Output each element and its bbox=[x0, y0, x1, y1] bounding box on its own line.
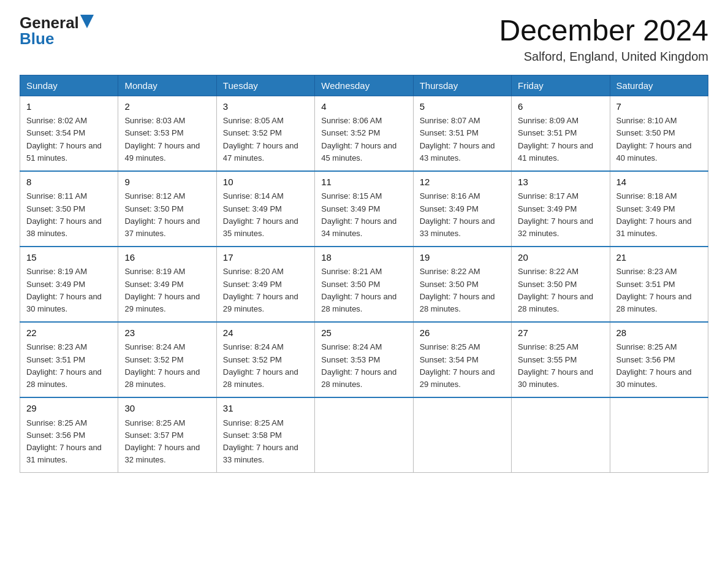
calendar-cell bbox=[413, 397, 511, 473]
day-number: 2 bbox=[124, 100, 210, 114]
calendar-cell: 28Sunrise: 8:25 AMSunset: 3:56 PMDayligh… bbox=[610, 322, 708, 397]
calendar-cell: 19Sunrise: 8:22 AMSunset: 3:50 PMDayligh… bbox=[413, 247, 511, 322]
logo: General Blue bbox=[20, 15, 94, 47]
day-number: 30 bbox=[124, 402, 210, 416]
day-info: Sunrise: 8:02 AMSunset: 3:54 PMDaylight:… bbox=[26, 115, 112, 164]
logo-arrow-icon bbox=[80, 15, 94, 28]
calendar-cell bbox=[315, 397, 413, 473]
day-number: 16 bbox=[124, 251, 210, 265]
day-number: 17 bbox=[223, 251, 308, 265]
day-info: Sunrise: 8:22 AMSunset: 3:50 PMDaylight:… bbox=[518, 266, 603, 315]
calendar-cell: 22Sunrise: 8:23 AMSunset: 3:51 PMDayligh… bbox=[20, 322, 118, 397]
calendar-cell: 3Sunrise: 8:05 AMSunset: 3:52 PMDaylight… bbox=[216, 96, 314, 171]
day-info: Sunrise: 8:11 AMSunset: 3:50 PMDaylight:… bbox=[26, 190, 112, 240]
calendar-header-tuesday: Tuesday bbox=[216, 75, 314, 96]
day-info: Sunrise: 8:19 AMSunset: 3:49 PMDaylight:… bbox=[26, 266, 112, 315]
day-number: 15 bbox=[26, 251, 112, 265]
calendar-cell: 24Sunrise: 8:24 AMSunset: 3:52 PMDayligh… bbox=[216, 322, 314, 397]
day-info: Sunrise: 8:15 AMSunset: 3:49 PMDaylight:… bbox=[321, 190, 406, 240]
day-number: 8 bbox=[26, 175, 112, 190]
calendar-cell: 25Sunrise: 8:24 AMSunset: 3:53 PMDayligh… bbox=[315, 322, 413, 397]
day-info: Sunrise: 8:25 AMSunset: 3:57 PMDaylight:… bbox=[124, 417, 210, 467]
calendar-week-row: 8Sunrise: 8:11 AMSunset: 3:50 PMDaylight… bbox=[20, 171, 708, 247]
day-number: 29 bbox=[26, 402, 112, 416]
day-number: 27 bbox=[518, 326, 603, 340]
day-info: Sunrise: 8:17 AMSunset: 3:49 PMDaylight:… bbox=[518, 190, 603, 240]
day-info: Sunrise: 8:25 AMSunset: 3:56 PMDaylight:… bbox=[616, 341, 702, 391]
logo-blue-text: Blue bbox=[20, 31, 54, 47]
calendar-cell: 26Sunrise: 8:25 AMSunset: 3:54 PMDayligh… bbox=[413, 322, 511, 397]
page-header: General Blue December 2024 Salford, Engl… bbox=[20, 15, 708, 64]
calendar-header-monday: Monday bbox=[118, 75, 216, 96]
calendar-cell: 6Sunrise: 8:09 AMSunset: 3:51 PMDaylight… bbox=[512, 96, 610, 171]
svg-marker-0 bbox=[80, 15, 94, 28]
day-info: Sunrise: 8:24 AMSunset: 3:53 PMDaylight:… bbox=[321, 341, 406, 391]
day-info: Sunrise: 8:18 AMSunset: 3:49 PMDaylight:… bbox=[616, 190, 702, 240]
calendar-cell: 10Sunrise: 8:14 AMSunset: 3:49 PMDayligh… bbox=[216, 171, 314, 247]
day-info: Sunrise: 8:22 AMSunset: 3:50 PMDaylight:… bbox=[420, 266, 505, 315]
day-info: Sunrise: 8:14 AMSunset: 3:49 PMDaylight:… bbox=[223, 190, 308, 240]
calendar-cell: 2Sunrise: 8:03 AMSunset: 3:53 PMDaylight… bbox=[118, 96, 216, 171]
calendar-cell: 9Sunrise: 8:12 AMSunset: 3:50 PMDaylight… bbox=[118, 171, 216, 247]
day-info: Sunrise: 8:09 AMSunset: 3:51 PMDaylight:… bbox=[518, 115, 603, 164]
day-info: Sunrise: 8:25 AMSunset: 3:54 PMDaylight:… bbox=[420, 341, 505, 391]
calendar-cell: 20Sunrise: 8:22 AMSunset: 3:50 PMDayligh… bbox=[512, 247, 610, 322]
day-info: Sunrise: 8:03 AMSunset: 3:53 PMDaylight:… bbox=[124, 115, 210, 164]
day-number: 24 bbox=[223, 326, 308, 340]
calendar-cell: 27Sunrise: 8:25 AMSunset: 3:55 PMDayligh… bbox=[512, 322, 610, 397]
calendar-cell: 1Sunrise: 8:02 AMSunset: 3:54 PMDaylight… bbox=[20, 96, 118, 171]
day-info: Sunrise: 8:23 AMSunset: 3:51 PMDaylight:… bbox=[26, 341, 112, 391]
calendar-cell bbox=[610, 397, 708, 473]
day-info: Sunrise: 8:12 AMSunset: 3:50 PMDaylight:… bbox=[124, 190, 210, 240]
day-info: Sunrise: 8:24 AMSunset: 3:52 PMDaylight:… bbox=[124, 341, 210, 391]
day-number: 6 bbox=[518, 100, 603, 114]
day-number: 18 bbox=[321, 251, 406, 265]
calendar-cell: 16Sunrise: 8:19 AMSunset: 3:49 PMDayligh… bbox=[118, 247, 216, 322]
day-number: 19 bbox=[420, 251, 505, 265]
day-info: Sunrise: 8:25 AMSunset: 3:55 PMDaylight:… bbox=[518, 341, 603, 391]
location-text: Salford, England, United Kingdom bbox=[499, 50, 708, 64]
calendar-header-row: SundayMondayTuesdayWednesdayThursdayFrid… bbox=[20, 75, 708, 96]
calendar-cell: 30Sunrise: 8:25 AMSunset: 3:57 PMDayligh… bbox=[118, 397, 216, 473]
calendar-cell: 29Sunrise: 8:25 AMSunset: 3:56 PMDayligh… bbox=[20, 397, 118, 473]
calendar-table: SundayMondayTuesdayWednesdayThursdayFrid… bbox=[20, 75, 708, 473]
calendar-cell: 15Sunrise: 8:19 AMSunset: 3:49 PMDayligh… bbox=[20, 247, 118, 322]
day-number: 13 bbox=[518, 175, 603, 190]
day-info: Sunrise: 8:23 AMSunset: 3:51 PMDaylight:… bbox=[616, 266, 702, 315]
calendar-cell: 8Sunrise: 8:11 AMSunset: 3:50 PMDaylight… bbox=[20, 171, 118, 247]
calendar-cell: 17Sunrise: 8:20 AMSunset: 3:49 PMDayligh… bbox=[216, 247, 314, 322]
day-number: 26 bbox=[420, 326, 505, 340]
calendar-cell: 31Sunrise: 8:25 AMSunset: 3:58 PMDayligh… bbox=[216, 397, 314, 473]
day-info: Sunrise: 8:10 AMSunset: 3:50 PMDaylight:… bbox=[616, 115, 702, 164]
calendar-cell bbox=[512, 397, 610, 473]
calendar-header-saturday: Saturday bbox=[610, 75, 708, 96]
day-number: 5 bbox=[420, 100, 505, 114]
day-number: 9 bbox=[124, 175, 210, 190]
day-info: Sunrise: 8:25 AMSunset: 3:56 PMDaylight:… bbox=[26, 417, 112, 467]
day-number: 12 bbox=[420, 175, 505, 190]
day-number: 11 bbox=[321, 175, 406, 190]
day-number: 10 bbox=[223, 175, 308, 190]
logo-general-text: General bbox=[20, 15, 79, 31]
calendar-header-wednesday: Wednesday bbox=[315, 75, 413, 96]
calendar-header-friday: Friday bbox=[512, 75, 610, 96]
calendar-cell: 11Sunrise: 8:15 AMSunset: 3:49 PMDayligh… bbox=[315, 171, 413, 247]
calendar-cell: 7Sunrise: 8:10 AMSunset: 3:50 PMDaylight… bbox=[610, 96, 708, 171]
day-number: 25 bbox=[321, 326, 406, 340]
day-info: Sunrise: 8:25 AMSunset: 3:58 PMDaylight:… bbox=[223, 417, 308, 467]
day-info: Sunrise: 8:07 AMSunset: 3:51 PMDaylight:… bbox=[420, 115, 505, 164]
calendar-week-row: 15Sunrise: 8:19 AMSunset: 3:49 PMDayligh… bbox=[20, 247, 708, 322]
day-number: 28 bbox=[616, 326, 702, 340]
day-info: Sunrise: 8:21 AMSunset: 3:50 PMDaylight:… bbox=[321, 266, 406, 315]
calendar-header-thursday: Thursday bbox=[413, 75, 511, 96]
day-info: Sunrise: 8:05 AMSunset: 3:52 PMDaylight:… bbox=[223, 115, 308, 164]
calendar-cell: 14Sunrise: 8:18 AMSunset: 3:49 PMDayligh… bbox=[610, 171, 708, 247]
day-number: 1 bbox=[26, 100, 112, 114]
day-info: Sunrise: 8:24 AMSunset: 3:52 PMDaylight:… bbox=[223, 341, 308, 391]
calendar-week-row: 22Sunrise: 8:23 AMSunset: 3:51 PMDayligh… bbox=[20, 322, 708, 397]
day-info: Sunrise: 8:19 AMSunset: 3:49 PMDaylight:… bbox=[124, 266, 210, 315]
day-number: 3 bbox=[223, 100, 308, 114]
day-number: 23 bbox=[124, 326, 210, 340]
day-number: 4 bbox=[321, 100, 406, 114]
calendar-cell: 5Sunrise: 8:07 AMSunset: 3:51 PMDaylight… bbox=[413, 96, 511, 171]
